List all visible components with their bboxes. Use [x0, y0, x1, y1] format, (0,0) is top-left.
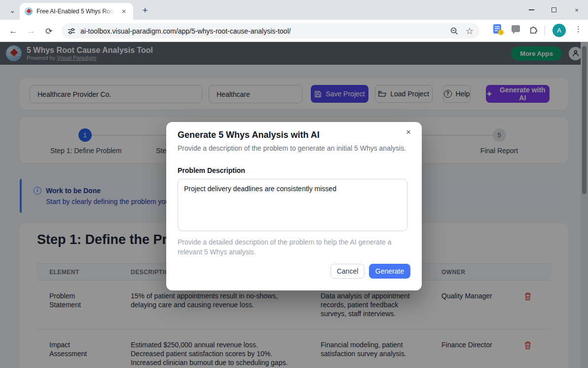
site-favicon-icon	[25, 7, 33, 15]
cancel-button[interactable]: Cancel	[331, 264, 365, 279]
tab-strip: ⌄ Free AI-Enabled 5 Whys Root C × + ×	[0, 0, 588, 20]
chevron-down-icon: ⌄	[9, 6, 15, 14]
profile-avatar[interactable]: A	[552, 24, 566, 37]
window-maximize-button[interactable]	[543, 0, 565, 20]
toolbar-separator	[545, 26, 545, 36]
browser-navbar: ← → ⟳ ai-toolbox.visual-paradigm.com/app…	[0, 20, 588, 42]
reload-button[interactable]: ⟳	[42, 25, 55, 38]
modal-close-icon[interactable]: ×	[403, 127, 414, 138]
field-helper-text: Provide a detailed description of the pr…	[178, 237, 395, 257]
maximize-icon	[551, 7, 556, 12]
problem-description-label: Problem Description	[178, 166, 410, 174]
download-badge-icon: ↓	[498, 30, 504, 35]
generate-button[interactable]: Generate	[369, 264, 410, 279]
window-controls: ×	[520, 0, 588, 20]
address-bar[interactable]: ai-toolbox.visual-paradigm.com/app/5-why…	[62, 23, 479, 39]
tab-title: Free AI-Enabled 5 Whys Root C	[37, 8, 114, 15]
browser-chrome: ⌄ Free AI-Enabled 5 Whys Root C × + × ← …	[0, 0, 588, 42]
tab-search-button[interactable]: ⌄	[5, 3, 20, 17]
forward-button[interactable]: →	[25, 25, 37, 38]
modal-subtitle: Provide a description of the problem to …	[178, 144, 410, 152]
bookmark-star-icon[interactable]: ☆	[466, 26, 474, 37]
window-minimize-button[interactable]	[520, 0, 543, 20]
site-settings-icon[interactable]	[68, 27, 75, 35]
browser-menu-icon[interactable]: ⋮	[575, 25, 582, 34]
window-close-button[interactable]: ×	[565, 0, 588, 20]
new-tab-button[interactable]: +	[139, 4, 151, 16]
extensions-puzzle-icon[interactable]	[529, 25, 538, 34]
browser-tab[interactable]: Free AI-Enabled 5 Whys Root C ×	[20, 3, 133, 20]
back-button[interactable]: ←	[7, 25, 20, 38]
problem-description-textarea[interactable]: Project delivery deadlines are consisten…	[178, 179, 407, 231]
url-text[interactable]: ai-toolbox.visual-paradigm.com/app/5-why…	[80, 27, 450, 35]
tab-close-icon[interactable]: ×	[119, 7, 128, 16]
generate-ai-modal: Generate 5 Whys Analysis with AI × Provi…	[166, 122, 422, 290]
minimize-icon	[529, 9, 534, 10]
docs-extension-icon[interactable]: ↓	[493, 24, 501, 34]
chat-extension-icon[interactable]	[512, 24, 520, 32]
modal-title: Generate 5 Whys Analysis with AI	[178, 130, 410, 140]
zoom-out-icon[interactable]	[450, 27, 459, 36]
